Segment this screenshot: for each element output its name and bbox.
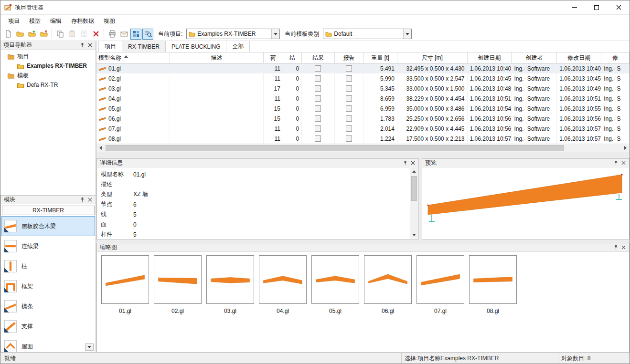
project-tab[interactable]: RX-TIMBER xyxy=(122,41,166,52)
report-checkbox[interactable] xyxy=(346,65,352,72)
scroll-left-button[interactable] xyxy=(96,144,105,152)
report-checkbox[interactable] xyxy=(346,95,352,102)
duplicate-button[interactable] xyxy=(78,29,89,40)
tree-item-examples-rx-timber[interactable]: Examples RX-TIMBER xyxy=(0,61,96,71)
report-checkbox[interactable] xyxy=(346,115,352,122)
new-button[interactable] xyxy=(2,29,13,40)
thumbnail-image[interactable] xyxy=(154,255,202,304)
column-header-creator[interactable]: 创建者 xyxy=(512,52,557,63)
results-checkbox[interactable] xyxy=(315,95,321,102)
results-checkbox[interactable] xyxy=(315,135,321,142)
thumbnail-item[interactable]: 06.gl xyxy=(364,255,412,314)
results-checkbox[interactable] xyxy=(315,85,321,92)
table-row[interactable]: 08.gl 11 0 1.224 17.500 x 0.500 x 2.213 … xyxy=(96,134,630,144)
printer-button[interactable] xyxy=(107,29,117,40)
table-row[interactable]: 04.gl 11 0 8.659 38.229 x 0.500 x 4.454 … xyxy=(96,94,630,104)
column-header-report[interactable]: 报告 xyxy=(335,52,364,63)
scroll-right-button[interactable] xyxy=(621,144,630,152)
pin-icon[interactable] xyxy=(612,244,619,251)
paste-button[interactable] xyxy=(66,29,77,40)
results-checkbox[interactable] xyxy=(315,105,321,112)
column-header-results[interactable]: 结果 xyxy=(302,52,335,63)
details-vertical-scrollbar[interactable] xyxy=(410,168,418,239)
thumbnail-image[interactable] xyxy=(206,255,254,304)
thumbnail-image[interactable] xyxy=(259,255,307,304)
column-header-weight[interactable]: 重量 [t] xyxy=(363,52,397,63)
preview-body[interactable] xyxy=(422,167,629,239)
scroll-down-button[interactable] xyxy=(410,231,418,239)
tree-item-templates[interactable]: 模板 xyxy=(0,71,96,80)
module-item[interactable]: 框架 xyxy=(1,276,95,296)
archive-folder-button[interactable] xyxy=(38,29,49,40)
project-tab[interactable]: PLATE-BUCKLING xyxy=(166,41,226,52)
report-checkbox[interactable] xyxy=(346,125,352,132)
report-checkbox[interactable] xyxy=(346,105,352,112)
open-folder-button[interactable] xyxy=(14,29,25,40)
project-tab[interactable]: 全部 xyxy=(226,41,250,52)
results-checkbox[interactable] xyxy=(315,65,321,72)
thumbnail-item[interactable]: 03.gl xyxy=(206,255,254,314)
module-item[interactable]: 屋面 xyxy=(1,336,95,352)
close-panel-icon[interactable] xyxy=(619,244,627,251)
column-header-modified[interactable]: 修改日期 xyxy=(557,52,601,63)
module-item[interactable]: 柱 xyxy=(1,256,95,276)
details-view-toggle[interactable] xyxy=(130,29,141,40)
thumbnail-item[interactable]: 07.gl xyxy=(416,255,464,314)
thumbnail-image[interactable] xyxy=(101,255,149,304)
thumbnail-image[interactable] xyxy=(364,255,412,304)
minimize-button[interactable] xyxy=(564,0,586,15)
scrollbar-thumb[interactable] xyxy=(411,176,417,201)
pin-icon[interactable] xyxy=(78,42,86,49)
menu-item[interactable]: 编辑 xyxy=(45,15,66,27)
table-row[interactable]: 05.gl 15 0 6.959 35.000 x 0.500 x 3.486 … xyxy=(96,104,630,114)
table-row[interactable]: 01.gl 11 0 5.491 32.495 x 0.500 x 4.430 … xyxy=(96,63,630,73)
close-panel-icon[interactable] xyxy=(86,196,94,203)
module-item[interactable]: 连续梁 xyxy=(1,236,95,256)
current-project-dropdown-button[interactable] xyxy=(271,29,279,39)
maximize-button[interactable] xyxy=(586,0,608,15)
results-checkbox[interactable] xyxy=(315,75,321,82)
preview-toggle[interactable] xyxy=(142,29,153,40)
column-header-model-name[interactable]: 模型名称 xyxy=(96,52,170,63)
results-checkbox[interactable] xyxy=(315,115,321,122)
tree-item-default[interactable]: Defa RX-TR xyxy=(0,80,96,90)
horizontal-scrollbar[interactable] xyxy=(96,144,630,152)
pin-icon[interactable] xyxy=(612,159,619,166)
template-category-combobox[interactable]: Default xyxy=(323,29,412,39)
scrollbar-thumb[interactable] xyxy=(106,145,564,151)
table-row[interactable]: 07.gl 11 0 2.014 22.909 x 0.500 x 4.445 … xyxy=(96,124,630,134)
delete-button[interactable] xyxy=(90,29,101,40)
copy-button[interactable] xyxy=(54,29,65,40)
column-header-structures[interactable]: 结 xyxy=(283,52,302,63)
close-panel-icon[interactable] xyxy=(86,42,94,49)
column-header-modifier[interactable]: 修 xyxy=(601,52,630,63)
thumbnail-item[interactable]: 04.gl xyxy=(259,255,307,314)
current-project-combobox[interactable]: Examples RX-TIMBER xyxy=(186,29,280,39)
scroll-up-button[interactable] xyxy=(410,168,418,175)
thumbnail-item[interactable]: 08.gl xyxy=(469,255,517,314)
pin-icon[interactable] xyxy=(78,196,86,203)
menu-item[interactable]: 视图 xyxy=(99,15,120,27)
results-checkbox[interactable] xyxy=(315,125,321,132)
module-item[interactable]: 层板胶合木梁 xyxy=(1,216,95,236)
pin-icon[interactable] xyxy=(401,159,409,166)
report-checkbox[interactable] xyxy=(346,135,352,142)
tree-item-projects[interactable]: 项目 xyxy=(0,52,96,61)
column-header-load-cases[interactable]: 荷 xyxy=(264,52,283,63)
report-checkbox[interactable] xyxy=(346,75,352,82)
column-header-size[interactable]: 尺寸 [m] xyxy=(397,52,468,63)
project-tab[interactable]: 项目 xyxy=(98,41,122,52)
column-header-description[interactable]: 描述 xyxy=(170,52,263,63)
module-item[interactable]: 檩条 xyxy=(1,296,95,316)
thumbnail-image[interactable] xyxy=(469,255,517,304)
column-header-created[interactable]: 创建日期 xyxy=(468,52,512,63)
template-category-dropdown-button[interactable] xyxy=(403,29,411,39)
thumbnail-image[interactable] xyxy=(416,255,464,304)
table-row[interactable]: 03.gl 17 0 5.345 33.000 x 0.500 x 1.500 … xyxy=(96,83,630,94)
menu-item[interactable]: 项目 xyxy=(3,15,24,27)
menu-item[interactable]: 模型 xyxy=(24,15,45,27)
thumbnail-image[interactable] xyxy=(311,255,359,304)
report-checkbox[interactable] xyxy=(346,85,352,92)
close-button[interactable] xyxy=(608,0,630,15)
thumbnail-item[interactable]: 01.gl xyxy=(101,255,149,314)
